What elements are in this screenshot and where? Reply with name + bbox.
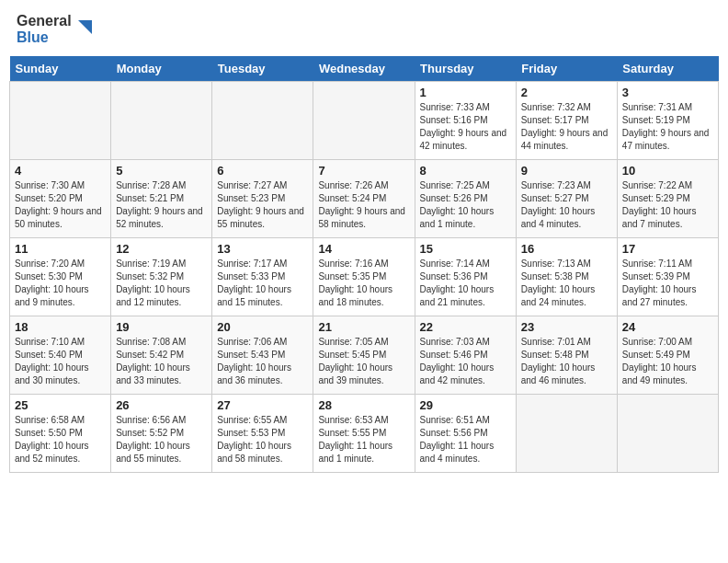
day-number: 29 <box>420 398 511 412</box>
day-number: 4 <box>15 164 106 178</box>
calendar-cell: 12Sunrise: 7:19 AMSunset: 5:32 PMDayligh… <box>111 238 212 316</box>
header-day: Monday <box>111 56 212 82</box>
day-info: Sunrise: 6:56 AMSunset: 5:52 PMDaylight:… <box>116 414 207 465</box>
day-number: 8 <box>420 164 511 178</box>
day-info: Sunrise: 7:32 AMSunset: 5:17 PMDaylight:… <box>521 101 612 153</box>
day-info: Sunrise: 6:53 AMSunset: 5:55 PMDaylight:… <box>318 414 409 465</box>
calendar-cell: 5Sunrise: 7:28 AMSunset: 5:21 PMDaylight… <box>111 160 212 238</box>
day-number: 7 <box>318 164 409 178</box>
day-number: 20 <box>217 320 308 334</box>
header-day: Thursday <box>415 56 516 82</box>
calendar-cell: 24Sunrise: 7:00 AMSunset: 5:49 PMDayligh… <box>617 316 718 395</box>
logo: General Blue <box>17 13 92 45</box>
calendar-cell: 7Sunrise: 7:26 AMSunset: 5:24 PMDaylight… <box>313 160 415 238</box>
calendar-cell: 17Sunrise: 7:11 AMSunset: 5:39 PMDayligh… <box>617 238 718 316</box>
day-number: 9 <box>521 164 612 178</box>
day-number: 11 <box>15 242 106 256</box>
day-number: 6 <box>217 164 308 178</box>
calendar-cell: 26Sunrise: 6:56 AMSunset: 5:52 PMDayligh… <box>111 395 212 473</box>
calendar-cell <box>111 82 212 160</box>
day-info: Sunrise: 7:28 AMSunset: 5:21 PMDaylight:… <box>116 179 207 231</box>
day-info: Sunrise: 7:14 AMSunset: 5:36 PMDaylight:… <box>420 258 511 309</box>
day-number: 21 <box>318 320 409 334</box>
day-info: Sunrise: 7:25 AMSunset: 5:26 PMDaylight:… <box>420 179 511 231</box>
header-day: Wednesday <box>313 56 415 82</box>
calendar-cell <box>10 82 111 160</box>
day-info: Sunrise: 7:08 AMSunset: 5:42 PMDaylight:… <box>116 336 207 387</box>
calendar-cell <box>617 395 718 473</box>
day-info: Sunrise: 7:27 AMSunset: 5:23 PMDaylight:… <box>217 179 308 231</box>
day-info: Sunrise: 7:01 AMSunset: 5:48 PMDaylight:… <box>521 336 612 387</box>
day-number: 5 <box>116 164 207 178</box>
day-info: Sunrise: 7:31 AMSunset: 5:19 PMDaylight:… <box>622 101 713 153</box>
calendar-cell: 8Sunrise: 7:25 AMSunset: 5:26 PMDaylight… <box>415 160 516 238</box>
day-number: 18 <box>15 320 106 334</box>
week-row: 25Sunrise: 6:58 AMSunset: 5:50 PMDayligh… <box>10 395 719 473</box>
calendar-cell: 2Sunrise: 7:32 AMSunset: 5:17 PMDaylight… <box>516 82 617 160</box>
calendar-cell: 22Sunrise: 7:03 AMSunset: 5:46 PMDayligh… <box>415 316 516 395</box>
day-info: Sunrise: 7:03 AMSunset: 5:46 PMDaylight:… <box>420 336 511 387</box>
calendar-cell: 29Sunrise: 6:51 AMSunset: 5:56 PMDayligh… <box>415 395 516 473</box>
calendar-cell: 10Sunrise: 7:22 AMSunset: 5:29 PMDayligh… <box>617 160 718 238</box>
day-info: Sunrise: 6:51 AMSunset: 5:56 PMDaylight:… <box>420 414 511 465</box>
day-number: 13 <box>217 242 308 256</box>
week-row: 4Sunrise: 7:30 AMSunset: 5:20 PMDaylight… <box>10 160 719 238</box>
day-info: Sunrise: 7:30 AMSunset: 5:20 PMDaylight:… <box>15 179 106 231</box>
day-number: 26 <box>116 398 207 412</box>
day-info: Sunrise: 7:26 AMSunset: 5:24 PMDaylight:… <box>318 179 409 231</box>
day-number: 22 <box>420 320 511 334</box>
day-info: Sunrise: 7:13 AMSunset: 5:38 PMDaylight:… <box>521 258 612 309</box>
day-number: 27 <box>217 398 308 412</box>
day-info: Sunrise: 7:05 AMSunset: 5:45 PMDaylight:… <box>318 336 409 387</box>
calendar-cell: 15Sunrise: 7:14 AMSunset: 5:36 PMDayligh… <box>415 238 516 316</box>
day-number: 19 <box>116 320 207 334</box>
day-info: Sunrise: 7:20 AMSunset: 5:30 PMDaylight:… <box>15 258 106 309</box>
day-info: Sunrise: 6:58 AMSunset: 5:50 PMDaylight:… <box>15 414 106 465</box>
day-number: 25 <box>15 398 106 412</box>
calendar-cell: 23Sunrise: 7:01 AMSunset: 5:48 PMDayligh… <box>516 316 617 395</box>
day-info: Sunrise: 7:11 AMSunset: 5:39 PMDaylight:… <box>622 258 713 309</box>
logo-triangle-icon <box>74 20 92 39</box>
logo-blue: Blue <box>17 29 72 46</box>
header-row: SundayMondayTuesdayWednesdayThursdayFrid… <box>10 56 719 82</box>
header-day: Sunday <box>10 56 111 82</box>
calendar-cell: 18Sunrise: 7:10 AMSunset: 5:40 PMDayligh… <box>10 316 111 395</box>
calendar-cell: 25Sunrise: 6:58 AMSunset: 5:50 PMDayligh… <box>10 395 111 473</box>
calendar-cell: 27Sunrise: 6:55 AMSunset: 5:53 PMDayligh… <box>212 395 313 473</box>
day-number: 28 <box>318 398 409 412</box>
calendar-cell: 28Sunrise: 6:53 AMSunset: 5:55 PMDayligh… <box>313 395 415 473</box>
day-info: Sunrise: 7:33 AMSunset: 5:16 PMDaylight:… <box>420 101 511 153</box>
day-info: Sunrise: 7:23 AMSunset: 5:27 PMDaylight:… <box>521 179 612 231</box>
calendar-cell: 9Sunrise: 7:23 AMSunset: 5:27 PMDaylight… <box>516 160 617 238</box>
calendar-cell: 21Sunrise: 7:05 AMSunset: 5:45 PMDayligh… <box>313 316 415 395</box>
day-number: 12 <box>116 242 207 256</box>
calendar-cell: 3Sunrise: 7:31 AMSunset: 5:19 PMDaylight… <box>617 82 718 160</box>
svg-marker-0 <box>78 20 92 34</box>
day-number: 3 <box>622 86 713 99</box>
calendar-cell <box>313 82 415 160</box>
week-row: 1Sunrise: 7:33 AMSunset: 5:16 PMDaylight… <box>10 82 719 160</box>
calendar-cell: 13Sunrise: 7:17 AMSunset: 5:33 PMDayligh… <box>212 238 313 316</box>
day-number: 10 <box>622 164 713 178</box>
day-number: 15 <box>420 242 511 256</box>
day-info: Sunrise: 7:00 AMSunset: 5:49 PMDaylight:… <box>622 336 713 387</box>
calendar-table: SundayMondayTuesdayWednesdayThursdayFrid… <box>9 56 719 473</box>
calendar-cell: 14Sunrise: 7:16 AMSunset: 5:35 PMDayligh… <box>313 238 415 316</box>
calendar-cell: 19Sunrise: 7:08 AMSunset: 5:42 PMDayligh… <box>111 316 212 395</box>
header-day: Saturday <box>617 56 718 82</box>
logo-text: General Blue <box>17 13 92 45</box>
calendar-cell <box>516 395 617 473</box>
day-info: Sunrise: 7:22 AMSunset: 5:29 PMDaylight:… <box>622 179 713 231</box>
day-info: Sunrise: 7:06 AMSunset: 5:43 PMDaylight:… <box>217 336 308 387</box>
day-number: 17 <box>622 242 713 256</box>
day-info: Sunrise: 6:55 AMSunset: 5:53 PMDaylight:… <box>217 414 308 465</box>
day-number: 24 <box>622 320 713 334</box>
day-number: 16 <box>521 242 612 256</box>
calendar-cell: 6Sunrise: 7:27 AMSunset: 5:23 PMDaylight… <box>212 160 313 238</box>
day-info: Sunrise: 7:10 AMSunset: 5:40 PMDaylight:… <box>15 336 106 387</box>
day-info: Sunrise: 7:19 AMSunset: 5:32 PMDaylight:… <box>116 258 207 309</box>
calendar-cell: 1Sunrise: 7:33 AMSunset: 5:16 PMDaylight… <box>415 82 516 160</box>
day-number: 2 <box>521 86 612 99</box>
day-number: 1 <box>420 86 511 99</box>
week-row: 11Sunrise: 7:20 AMSunset: 5:30 PMDayligh… <box>10 238 719 316</box>
